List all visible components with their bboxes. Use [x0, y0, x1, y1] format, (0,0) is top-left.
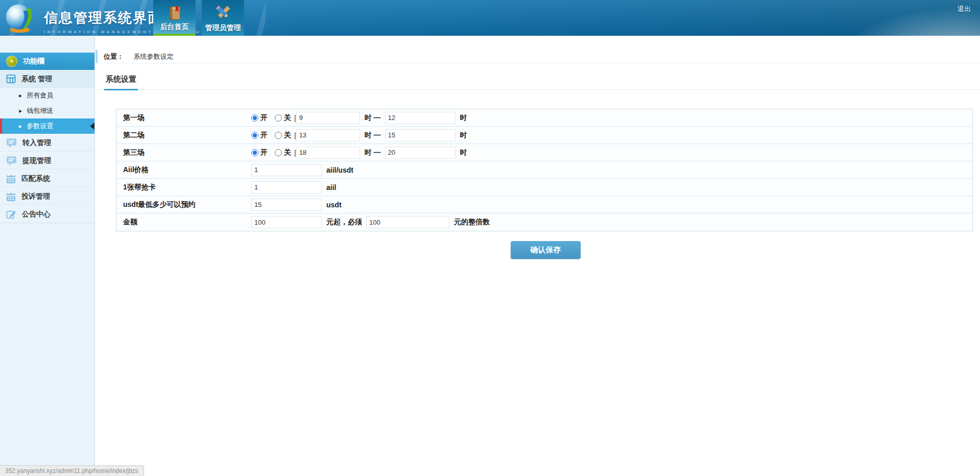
triangle-bullet-icon: ▶ [19, 109, 22, 113]
calendar-icon [6, 192, 16, 202]
sidebar-item-matching-system[interactable]: 匹配系统 [0, 170, 94, 187]
usdt-min-input[interactable] [251, 199, 322, 211]
radio-off-label: 关 [284, 131, 291, 140]
field-controls: aiil [251, 181, 336, 194]
field-label: usdt最低多少可以预约 [116, 200, 251, 209]
session-start-input[interactable] [296, 129, 360, 141]
radio-on-input[interactable] [251, 149, 258, 156]
radio-off-input[interactable] [275, 114, 282, 122]
radio-on-option[interactable]: 开 [251, 131, 268, 140]
unit-label: aiil/usdt [326, 166, 353, 174]
form-row-session-3: 第三场 开 关 | 时 — 时 [116, 144, 972, 161]
sidebar-item-label: 钱包增送 [27, 106, 53, 115]
calendar-icon [6, 174, 16, 184]
aiil-price-input[interactable] [251, 164, 322, 176]
book-icon [166, 3, 183, 21]
tab-admin-management[interactable]: 管理员管理 [202, 0, 244, 36]
form-row-session-1: 第一场 开 关 | 时 — 时 [116, 109, 972, 127]
field-controls: usdt [251, 199, 342, 211]
hour-label: 时 [460, 148, 467, 157]
logout-link[interactable]: 退出 [958, 5, 971, 14]
session-start-input[interactable] [296, 112, 360, 124]
session-end-input[interactable] [385, 129, 456, 141]
tab-backend-home[interactable]: 后台首页 [153, 0, 196, 36]
sidebar-panel-title: 功能欄 [23, 57, 44, 66]
amount-multiple-input[interactable] [366, 216, 449, 228]
link-preview-statusbar: 352.yanyanshi.xyz/admin11.php/home/index… [0, 465, 144, 476]
sidebar-item-all-members[interactable]: ▶ 所有會員 [0, 88, 94, 103]
sidebar-spacer [0, 36, 94, 53]
form-row-usdt-min: usdt最低多少可以预约 usdt [116, 196, 972, 213]
radio-off-option[interactable]: 关 [275, 148, 291, 157]
top-tabs: 后台首页 [153, 0, 244, 36]
radio-off-label: 关 [284, 113, 291, 123]
breadcrumb-prefix: 位置： [104, 53, 124, 60]
chat-bubble-icon [6, 138, 17, 148]
field-label: 第一场 [116, 113, 251, 123]
tab-system-settings[interactable]: 系统设置 [104, 75, 138, 90]
sidebar-item-label: 系统 管理 [21, 75, 52, 84]
radio-off-label: 关 [284, 148, 291, 157]
sidebar-item-label: 转入管理 [22, 138, 51, 148]
unit-label: aiil [326, 183, 336, 192]
session-end-input[interactable] [385, 112, 456, 124]
field-label: 第二场 [116, 131, 251, 140]
field-controls: 开 关 | 时 — 时 [251, 112, 467, 124]
session-end-input[interactable] [385, 147, 456, 159]
sidebar-item-announcements[interactable]: 公告中心 [0, 205, 94, 223]
sidebar: ▼ 功能欄 系统 管理 ▶ 所有會員 ▶ 钱包增送 ▶ 参数设置 转入管理 [0, 36, 95, 476]
main-content: 位置： 系统参数设定 系统设置 第一场 开 关 | 时 — 时 [95, 36, 980, 476]
pencil-ruler-icon [214, 3, 232, 21]
sidebar-item-wallet-gift[interactable]: ▶ 钱包增送 [0, 103, 94, 118]
top-header: 信息管理系统界面 INFORMATION MANAGEMENT SYSTEM G… [0, 0, 980, 36]
field-label: 第三场 [116, 148, 251, 157]
radio-on-input[interactable] [251, 114, 258, 122]
sidebar-item-label: 公告中心 [22, 210, 51, 219]
field-controls: aiil/usdt [251, 164, 353, 176]
hour-dash-label: 时 — [365, 113, 381, 123]
unit-label: usdt [326, 201, 342, 209]
globe-logo-icon [4, 3, 35, 33]
triangle-bullet-icon: ▶ [19, 93, 22, 98]
sidebar-item-label: 匹配系统 [21, 174, 50, 183]
field-label: 1张帮抢卡 [116, 183, 251, 192]
triangle-bullet-icon: ▶ [19, 124, 22, 129]
radio-off-input[interactable] [275, 149, 282, 156]
radio-on-label: 开 [260, 131, 268, 140]
field-label: Aiil价格 [116, 165, 251, 175]
amount-suffix-label: 元的整倍数 [454, 218, 490, 227]
sidebar-item-label: 提现管理 [22, 156, 51, 165]
hour-label: 时 [460, 113, 467, 123]
sidebar-panel-header[interactable]: ▼ 功能欄 [0, 53, 94, 70]
radio-off-input[interactable] [275, 132, 282, 139]
radio-off-option[interactable]: 关 [275, 113, 291, 123]
field-controls: 开 关 | 时 — 时 [251, 147, 467, 159]
sidebar-item-transfer-in[interactable]: 转入管理 [0, 134, 94, 152]
settings-form-table: 第一场 开 关 | 时 — 时 第二场 [116, 109, 973, 231]
content-tabbar: 系统设置 [95, 75, 980, 90]
sidebar-item-system-management[interactable]: 系统 管理 [0, 70, 94, 88]
sidebar-item-complaints[interactable]: 投诉管理 [0, 187, 94, 205]
sidebar-item-withdrawal[interactable]: 提现管理 [0, 152, 94, 170]
save-button[interactable]: 确认保存 [511, 241, 581, 259]
breadcrumb-current: 系统参数设定 [134, 53, 174, 60]
radio-on-input[interactable] [251, 132, 258, 139]
session-start-input[interactable] [296, 147, 360, 159]
form-row-grab-card: 1张帮抢卡 aiil [116, 179, 972, 196]
edit-icon [6, 209, 16, 220]
amount-base-input[interactable] [251, 216, 322, 228]
grid-icon [6, 74, 16, 84]
radio-off-option[interactable]: 关 [275, 131, 291, 140]
form-row-amount: 金额 元起，必须 元的整倍数 [116, 213, 972, 231]
radio-on-label: 开 [260, 148, 268, 157]
grab-card-input[interactable] [251, 181, 322, 194]
sidebar-item-parameter-settings[interactable]: ▶ 参数设置 [0, 118, 94, 134]
tab-label: 管理员管理 [205, 23, 241, 33]
chevron-down-circle-icon: ▼ [6, 56, 17, 67]
radio-on-option[interactable]: 开 [251, 148, 268, 157]
amount-mid-label: 元起，必须 [326, 218, 362, 227]
hour-label: 时 [460, 131, 467, 140]
field-controls: 开 关 | 时 — 时 [251, 129, 467, 141]
radio-on-option[interactable]: 开 [251, 113, 268, 123]
sidebar-item-label: 投诉管理 [21, 192, 50, 201]
